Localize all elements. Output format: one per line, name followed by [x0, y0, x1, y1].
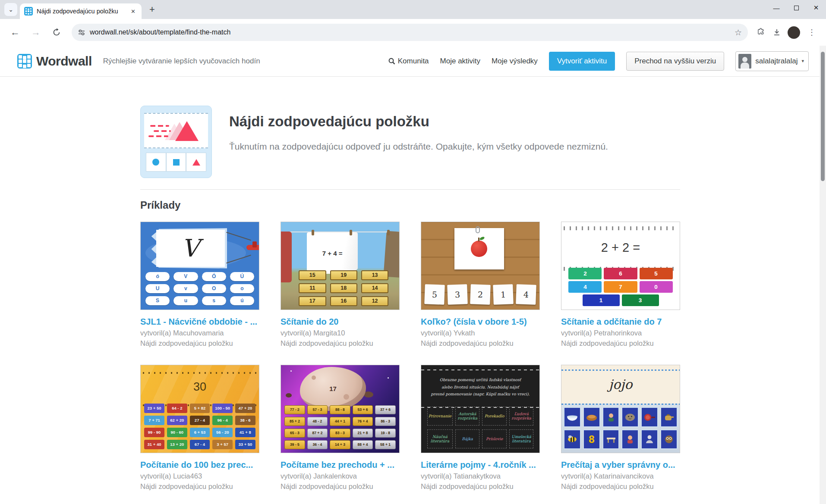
answer-cell	[146, 153, 166, 172]
picture-tile	[564, 407, 581, 427]
answer-tag: S	[145, 296, 170, 305]
example-card[interactable]: 30 23 + 5064 - 25 + 82100 - 5047 + 207 +…	[140, 365, 259, 491]
activity-author: vytvoril(a) Katarinaivancikova	[561, 472, 680, 480]
answer-tile: 1	[583, 294, 620, 306]
answer-box: Autorská rozprávka	[455, 407, 479, 426]
examples-grid: V óVÓÚUvOoSusú SJL1 - Nácvičné obdobie -…	[140, 222, 680, 491]
answer-tiles: 77 - 257 - 388 - 853 + 637 + 685 + 248 -…	[284, 405, 396, 449]
minimize-button[interactable]: —	[766, 0, 786, 16]
nav-item-moje-vysledky[interactable]: Moje výsledky	[492, 57, 538, 66]
activity-title[interactable]: Sčítanie a odčítanie do 7	[561, 317, 680, 327]
answer-tile: 4	[568, 281, 602, 293]
answer-tile: 88 + 4	[353, 440, 373, 449]
speed-lines-icon	[154, 130, 171, 132]
question-prompt: 17	[329, 385, 337, 392]
page-scrollbar[interactable]	[820, 46, 826, 504]
nav-item-moje-aktivity[interactable]: Moje aktivity	[440, 57, 481, 66]
answer-box: Umelecká literatúra	[509, 429, 533, 448]
answer-tile: 2	[568, 268, 602, 279]
tab-search-chevron-icon: ⌄	[8, 6, 13, 13]
profile-avatar[interactable]	[788, 26, 800, 39]
example-card[interactable]: 17 77 - 257 - 388 - 853 + 637 + 685 + 24…	[281, 365, 400, 491]
user-menu[interactable]: salalajtralalaj ▾	[735, 51, 809, 71]
answer-tile: 3 + 57	[212, 440, 233, 449]
answer-tag: Ú	[230, 272, 254, 281]
reload-icon	[52, 28, 61, 37]
close-window-button[interactable]: ✕	[806, 0, 826, 16]
activity-title[interactable]: SJL1 - Nácvičné obdobie - ...	[140, 317, 259, 327]
activity-title[interactable]: Počítame bez prechodu + ...	[281, 460, 400, 470]
wordwall-logo[interactable]: Wordwall	[17, 54, 92, 69]
create-activity-button[interactable]: Vytvoriť aktivitu	[549, 52, 615, 71]
activity-thumbnail[interactable]: 7 + 4 = 151913111814171612	[281, 222, 400, 310]
user-name: salalajtralalaj	[755, 57, 798, 66]
square-icon	[173, 159, 180, 166]
activity-title[interactable]: Prečítaj a vyber správny o...	[561, 460, 680, 470]
picture-tile	[621, 407, 639, 427]
url-bar[interactable]: wordwall.net/sk/about/template/find-the-…	[72, 24, 748, 41]
activity-thumbnail[interactable]: jojo 8	[561, 365, 680, 453]
answer-tiles: 26547013	[568, 268, 672, 306]
activity-template-type: Nájdi zodpovedajúcu položku	[281, 339, 400, 347]
wordwall-favicon	[24, 7, 33, 16]
answer-tag: u	[173, 296, 198, 305]
answer-tile: 76 + 4	[353, 417, 373, 426]
upgrade-button[interactable]: Prechod na vyššiu verziu	[626, 52, 724, 71]
example-card[interactable]: V óVÓÚUvOoSusú SJL1 - Nácvičné obdobie -…	[140, 222, 259, 347]
page-title: Nájdi zodpovedajúcu položku	[229, 113, 608, 130]
example-card[interactable]: 7 + 4 = 151913111814171612 Sčítanie do 2…	[281, 222, 400, 347]
activity-author: vytvoril(a) Lucia463	[140, 472, 259, 480]
answer-tag: 19	[330, 270, 357, 280]
activity-title[interactable]: Koľko? (čísla v obore 1-5)	[421, 317, 540, 327]
nav-item-komunita[interactable]: Komunita	[388, 57, 429, 66]
activity-title[interactable]: Literárne pojmy - 4.ročník ...	[421, 460, 540, 470]
example-card[interactable]: jojo 8 Prečítaj a vyber správny o... vyt…	[561, 365, 680, 491]
template-icon-answers	[146, 153, 206, 172]
answer-tile: 41 + 8	[235, 428, 255, 437]
bookmark-star-icon[interactable]: ☆	[735, 28, 742, 38]
answer-tag: U	[145, 284, 170, 293]
answer-tile: 21 + 8	[353, 429, 373, 438]
url-text[interactable]: wordwall.net/sk/about/template/find-the-…	[90, 28, 730, 36]
example-card[interactable]: 53214 Koľko? (čísla v obore 1-5) vytvori…	[421, 222, 540, 347]
forward-button[interactable]: →	[27, 24, 45, 41]
tab-close-icon[interactable]: ✕	[129, 7, 137, 16]
answer-tiles: 23 + 5064 - 25 + 82100 - 5047 + 207 + 71…	[144, 404, 255, 449]
thumbnail-scene: 17 77 - 257 - 388 - 853 + 637 + 685 + 24…	[281, 365, 399, 453]
menu-kebab-icon[interactable]: ⋮	[806, 28, 817, 37]
answer-tag: Ó	[202, 272, 226, 281]
speed-lines-icon	[148, 135, 168, 137]
red-triangle-icon	[175, 121, 199, 141]
browser-tab[interactable]: Nájdi zodpovedajúcu položku ✕	[20, 3, 142, 19]
activity-thumbnail[interactable]: 30 23 + 5064 - 25 + 82100 - 5047 + 207 +…	[140, 365, 259, 453]
activity-template-type: Nájdi zodpovedajúcu položku	[140, 482, 259, 491]
answer-box: Prirovnanie	[427, 407, 453, 426]
answer-tile: 65 - 3	[284, 429, 305, 438]
maximize-button[interactable]	[786, 0, 806, 16]
activity-title[interactable]: Sčítanie do 20	[281, 317, 400, 327]
scrollbar-thumb[interactable]	[821, 52, 825, 181]
answer-tile: 6	[604, 268, 637, 279]
back-button[interactable]: ←	[6, 24, 24, 41]
answer-tag: 15	[299, 270, 326, 280]
site-settings-icon[interactable]	[78, 28, 85, 36]
answer-tag: 16	[330, 296, 357, 306]
answer-tile: 7	[604, 281, 637, 293]
answer-tile: 56 - 20	[212, 428, 233, 437]
word-prompt: jojo	[609, 377, 633, 392]
activity-thumbnail[interactable]: Obrazne pomenuj určitú ľudskú vlastnosťa…	[421, 365, 540, 453]
download-icon[interactable]	[772, 28, 782, 37]
answer-tag: 17	[299, 296, 326, 306]
activity-thumbnail[interactable]: V óVÓÚUvOoSusú	[140, 222, 259, 310]
new-tab-button[interactable]: +	[146, 4, 158, 15]
extensions-icon[interactable]	[757, 28, 766, 37]
answer-tile: 47 + 20	[235, 404, 255, 413]
tab-search-button[interactable]: ⌄	[4, 3, 17, 16]
example-card[interactable]: 2 + 2 = 26547013 Sčítanie a odčítanie do…	[561, 222, 680, 347]
activity-title[interactable]: Počítanie do 100 bez prec...	[140, 460, 259, 470]
activity-thumbnail[interactable]: 17 77 - 257 - 388 - 853 + 637 + 685 + 24…	[281, 365, 400, 453]
example-card[interactable]: Obrazne pomenuj určitú ľudskú vlastnosťa…	[421, 365, 540, 491]
reload-button[interactable]	[47, 25, 66, 40]
activity-thumbnail[interactable]: 53214	[421, 222, 540, 310]
activity-thumbnail[interactable]: 2 + 2 = 26547013	[561, 222, 680, 310]
